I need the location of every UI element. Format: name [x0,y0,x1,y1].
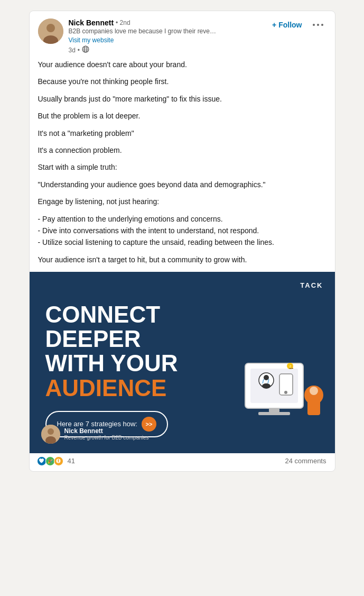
insightful-reaction-icon [54,456,63,466]
svg-point-32 [58,460,59,461]
card-author-info: Nick Bennett Revenue growth for B2B comp… [64,427,149,441]
svg-point-10 [321,24,323,26]
post-line-7: Start with a simple truth: [38,161,326,173]
card-author-tagline: Revenue growth for B2B companies [64,435,149,441]
visit-website-link[interactable]: Visit my website [69,36,114,44]
post-line-11: Your audience isn't a target to hit, but… [38,254,326,265]
reaction-count: 41 [68,457,75,465]
post-line-9: Engage by listening, not just hearing: [38,196,326,207]
post-content: Your audience doesn't care about your br… [30,59,335,272]
more-options-button[interactable] [310,22,326,28]
headline-line4: AUDIENCE [45,375,167,401]
author-name: Nick Bennett [69,19,114,27]
post-line-4: But the problem is a lot deeper. [38,110,326,122]
follow-button[interactable]: + Follow [269,19,305,31]
post-header: Nick Bennett • 2nd B2B companies love me… [30,11,335,59]
post-line-8: "Understanding your audience goes beyond… [38,179,326,190]
card-author: Nick Bennett Revenue growth for B2B comp… [41,425,149,444]
post-line-6: It's a connection problem. [38,144,326,156]
post-text: Your audience doesn't care about your br… [38,59,326,265]
author-bio: B2B companies love me because I grow the… [69,27,217,35]
post-line-3: Usually brands just do "more marketing" … [38,93,326,105]
headline-line3: WITH YOUR [45,350,178,376]
headline-line1: CONNECT [45,301,161,327]
post-line-2: Because you're not thinking people first… [38,76,326,87]
headline-line2: DEEPER [45,326,141,352]
svg-point-9 [317,24,319,26]
image-headline: CONNECT DEEPER WITH YOUR AUDIENCE [45,302,319,400]
post-line-10: - Pay attention to the underlying emotio… [38,213,326,249]
degree-badge: • 2nd [116,19,130,26]
svg-point-1 [46,24,55,32]
avatar [38,19,63,44]
svg-point-8 [313,24,315,26]
card-author-name: Nick Bennett [64,427,149,435]
separator: • [78,47,80,54]
reaction-icons: 🎉 [38,456,63,466]
image-card: TACK CONNECT DEEPER WITH YOUR AUDIENCE H… [30,272,335,453]
comments-count[interactable]: 24 comments [285,457,326,465]
linkedin-post-card: Nick Bennett • 2nd B2B companies love me… [29,11,335,472]
tack-logo: TACK [300,281,323,289]
reactions: 🎉 41 [38,456,75,466]
celebrate-reaction-icon: 🎉 [45,456,55,466]
svg-rect-23 [269,408,279,412]
timestamp: 3d [69,47,76,54]
author-info: Nick Bennett • 2nd B2B companies love me… [69,19,264,54]
svg-rect-24 [258,412,290,415]
svg-point-28 [48,428,54,435]
svg-rect-33 [58,461,59,462]
post-footer: 🎉 41 24 comments [30,453,335,471]
header-actions: + Follow [269,19,326,31]
svg-rect-22 [307,399,320,415]
svg-text:🎉: 🎉 [48,459,53,464]
post-meta: 3d • [69,45,264,54]
globe-icon [82,45,89,54]
like-reaction-icon [37,456,46,466]
post-line-1: Your audience doesn't care about your br… [38,59,326,70]
card-avatar [41,425,60,444]
post-line-5: It's not a "marketing problem" [38,127,326,139]
